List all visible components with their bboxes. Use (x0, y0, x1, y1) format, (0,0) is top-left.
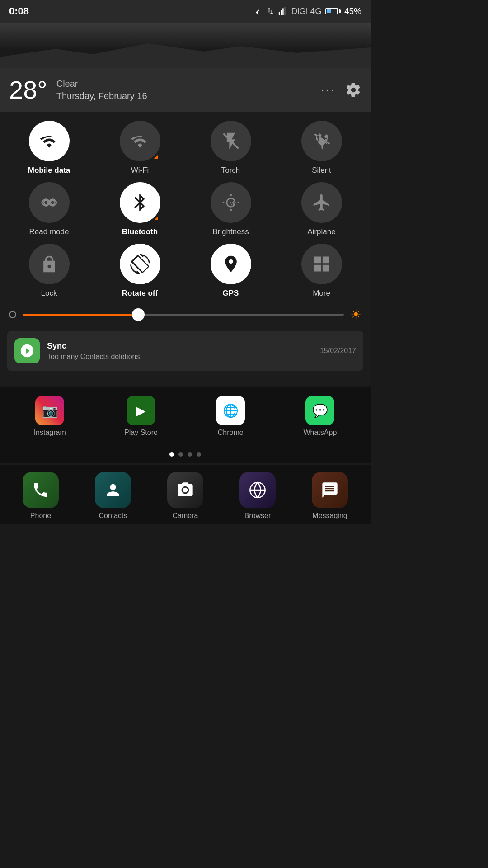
dock-browser[interactable]: Browser (239, 472, 276, 520)
carrier-label: DiGi 4G (291, 6, 322, 16)
toggle-wifi[interactable]: Wi-Fi (98, 121, 182, 175)
dock-camera[interactable]: Camera (167, 472, 203, 520)
brightness-max-icon: ☀ (350, 307, 361, 322)
toggle-torch[interactable]: Torch (189, 121, 272, 175)
svg-rect-14 (322, 257, 329, 264)
read-mode-circle[interactable] (29, 182, 70, 223)
signal-icon (278, 7, 287, 16)
chrome-icon[interactable]: 🌐 (216, 396, 245, 425)
camera-icon[interactable] (167, 472, 203, 508)
wallpaper (0, 23, 371, 68)
browser-icon[interactable] (239, 472, 276, 508)
weather-info: Clear Thursday, February 16 (56, 79, 147, 101)
toggle-grid: Mobile data Wi-Fi Torch (7, 121, 363, 298)
toggle-silent[interactable]: Silent (280, 121, 363, 175)
bluetooth-status-icon (253, 7, 262, 16)
airplane-label: Airplane (307, 227, 335, 236)
phone-label: Phone (30, 512, 51, 520)
weather-bar: 28° Clear Thursday, February 16 ··· (0, 68, 371, 112)
svg-point-6 (50, 200, 54, 204)
toggle-more[interactable]: More (280, 244, 363, 298)
more-dots[interactable]: ··· (321, 83, 336, 97)
toggle-read-mode[interactable]: Read mode (7, 182, 91, 236)
dock-messaging[interactable]: Messaging (312, 472, 348, 520)
notif-desc: Too many Contacts deletions. (47, 353, 313, 361)
notification-item[interactable]: Sync Too many Contacts deletions. 15/02/… (7, 331, 363, 371)
svg-point-17 (183, 488, 188, 493)
messaging-icon[interactable] (312, 472, 348, 508)
svg-point-5 (44, 200, 48, 204)
silent-label: Silent (312, 166, 331, 175)
torch-circle[interactable] (211, 121, 251, 161)
page-dot-2[interactable] (178, 452, 183, 457)
instagram-icon[interactable]: 📷 (35, 396, 64, 425)
status-time: 0:08 (9, 5, 29, 17)
gps-circle[interactable] (211, 244, 251, 284)
toggle-gps[interactable]: GPS (189, 244, 272, 298)
brightness-min-icon (9, 311, 16, 318)
bluetooth-label: Bluetooth (122, 227, 158, 236)
temperature: 28° (9, 75, 47, 104)
dock-contacts[interactable]: Contacts (95, 472, 131, 520)
dock-phone[interactable]: Phone (23, 472, 59, 520)
playstore-icon[interactable]: ▶ (127, 396, 155, 425)
notif-date: 15/02/2017 (320, 347, 356, 355)
shortcut-playstore[interactable]: ▶ Play Store (124, 396, 158, 437)
svg-rect-0 (279, 12, 280, 15)
whatsapp-icon[interactable]: 💬 (305, 396, 334, 425)
toggle-mobile-data[interactable]: Mobile data (7, 121, 91, 175)
svg-rect-13 (314, 257, 321, 264)
rotate-off-circle[interactable] (120, 244, 160, 284)
brightness-track[interactable] (23, 314, 344, 316)
dock: Phone Contacts Camera Browser (0, 465, 371, 524)
page-dot-1[interactable] (169, 452, 174, 457)
svg-rect-2 (283, 8, 284, 15)
brightness-slider-row[interactable]: ☀ (7, 307, 363, 322)
airplane-circle[interactable] (301, 182, 342, 223)
mobile-data-circle[interactable] (29, 121, 70, 161)
toggle-rotate-off[interactable]: Rotate off (98, 244, 182, 298)
toggle-brightness[interactable]: M Brightness (189, 182, 272, 236)
svg-rect-16 (322, 265, 329, 272)
toggle-airplane[interactable]: Airplane (280, 182, 363, 236)
brightness-circle[interactable]: M (211, 182, 251, 223)
page-dot-4[interactable] (197, 452, 201, 457)
svg-text:M: M (229, 200, 234, 207)
rotate-off-label: Rotate off (122, 289, 158, 298)
svg-rect-15 (314, 265, 321, 272)
lock-label: Lock (41, 289, 57, 298)
contacts-label: Contacts (99, 512, 127, 520)
toggle-lock[interactable]: Lock (7, 244, 91, 298)
lock-circle[interactable] (29, 244, 70, 284)
silent-circle[interactable] (301, 121, 342, 161)
chrome-label: Chrome (218, 429, 244, 437)
status-bar: 0:08 DiGi 4G 45% (0, 0, 371, 23)
page-dots (0, 446, 371, 463)
toggle-bluetooth[interactable]: Bluetooth (98, 182, 182, 236)
notif-content: Sync Too many Contacts deletions. (47, 341, 313, 361)
torch-label: Torch (221, 166, 240, 175)
shortcut-chrome[interactable]: 🌐 Chrome (216, 396, 245, 437)
shortcut-whatsapp[interactable]: 💬 WhatsApp (303, 396, 337, 437)
more-circle[interactable] (301, 244, 342, 284)
phone-icon[interactable] (23, 472, 59, 508)
bluetooth-indicator (154, 217, 158, 220)
playstore-label: Play Store (124, 429, 158, 437)
weather-actions[interactable]: ··· (321, 82, 361, 98)
wifi-circle[interactable] (120, 121, 160, 161)
notif-title: Sync (47, 341, 313, 351)
settings-icon[interactable] (345, 82, 361, 98)
shortcut-instagram[interactable]: 📷 Instagram (34, 396, 66, 437)
wifi-indicator (154, 155, 158, 159)
brightness-thumb[interactable] (132, 308, 145, 321)
read-mode-label: Read mode (29, 227, 69, 236)
camera-label: Camera (173, 512, 198, 520)
status-right: DiGi 4G 45% (253, 6, 361, 16)
svg-rect-3 (285, 7, 286, 15)
brightness-label: Brightness (212, 227, 249, 236)
notif-app-icon (14, 338, 40, 363)
bluetooth-circle[interactable] (120, 182, 160, 223)
contacts-icon[interactable] (95, 472, 131, 508)
page-dot-3[interactable] (188, 452, 192, 457)
quick-settings: Mobile data Wi-Fi Torch (0, 112, 371, 385)
